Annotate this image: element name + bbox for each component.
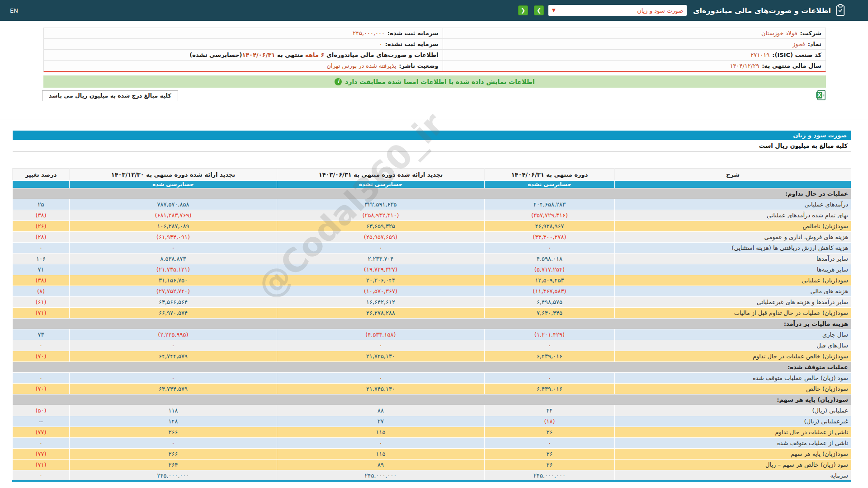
company-label: شرکت: <box>800 30 821 37</box>
section-row: هزینه مالیات بر درآمد: <box>13 319 851 329</box>
cell-description: سال‌های قبل <box>615 340 851 351</box>
statement-unit-note: کلیه مبالغ به میلیون ریال است <box>13 140 851 152</box>
isic-value: ۲۷۱۰۱۹ <box>750 52 769 58</box>
cell-description: سود(زیان) ناخالص <box>615 221 851 232</box>
cell-period3: ۲۶۶ <box>70 427 277 438</box>
cell-period1: ۶,۴۳۹,۰۱۶ <box>485 384 615 394</box>
cell-change-percent: (۷۷) <box>13 449 70 460</box>
cell-period1: ۰ <box>485 243 615 253</box>
fiscal-year-value: ۱۴۰۴/۱۲/۲۹ <box>730 62 760 69</box>
cell-period1: ۲۴۵,۰۰۰,۰۰۰ <box>485 470 615 481</box>
svg-text:X: X <box>817 92 821 98</box>
language-toggle[interactable]: EN <box>10 7 18 14</box>
cell-period1: ۰ <box>485 340 615 351</box>
cell-period2: ۲۷ <box>277 416 485 427</box>
symbol-cell: نماد: فخوز <box>443 39 826 49</box>
cell-description: سود(زیان) پایه هر سهم <box>615 449 851 460</box>
cell-period3: ۲۶۶ <box>70 449 277 460</box>
header-audit-status-row: حسابرسی نشده حسابرسی نشده حسابرسی شده <box>13 181 851 188</box>
statement-type-select[interactable]: صورت سود و زیان ▼ <box>548 5 687 16</box>
table-row: سود(زیان) خالص ۶,۴۳۹,۰۱۶ ۲۱,۷۴۵,۱۳۰ ۶۴,۷… <box>13 384 851 394</box>
table-row: ناشی از عملیات در حال تداوم ۲۶ ۱۱۵ ۲۶۶ (… <box>13 427 851 438</box>
cell-period2: ۲۱,۷۴۵,۱۳۰ <box>277 384 485 394</box>
cell-period1: ۴۶,۹۲۸,۹۶۷ <box>485 221 615 232</box>
cell-period1: (۳۳,۳۰۰,۲۷۸) <box>485 232 615 243</box>
chevron-down-icon: ▼ <box>552 8 556 13</box>
cell-period3: (۲۱,۷۳۵,۱۲۱) <box>70 264 277 275</box>
table-row: بهای تمام شده درآمدهای عملیاتی (۳۵۷,۷۲۹,… <box>13 210 851 221</box>
cell-period1: (۱۱,۳۶۷,۵۸۳) <box>485 286 615 297</box>
symbol-value: فخوز <box>793 41 805 47</box>
nav-forward-button[interactable]: ❯ <box>534 5 544 15</box>
cell-period2: ۰ <box>277 373 485 384</box>
income-statement-table: شرح دوره منتهی به ۱۴۰۴/۰۶/۳۱ تجدید ارائه… <box>12 168 851 482</box>
cell-change-percent: (۷۱) <box>13 308 70 319</box>
header-period3: تجدید ارائه شده دوره منتهی به ۱۴۰۳/۱۲/۳۰ <box>70 169 277 181</box>
cell-description: سود(زیان) خالص عملیات در حال تداوم <box>615 351 851 362</box>
cell-description: هزینه های مالی <box>615 286 851 297</box>
issuer-status-cell: وضعیت ناشر: پذیرفته شده در بورس تهران <box>44 61 443 71</box>
income-statement-section: صورت سود و زیان کلیه مبالغ به میلیون ریا… <box>13 131 851 482</box>
table-row: هزینه کاهش ارزش دریافتنی ها (هزینه استثن… <box>13 243 851 253</box>
issuer-status-value: پذیرفته شده در بورس تهران <box>326 62 396 69</box>
cell-period3: ۰ <box>70 340 277 351</box>
table-row: هزینه های مالی (۱۱,۳۶۷,۵۸۳) (۱۰,۵۷۰,۳۶۷)… <box>13 286 851 297</box>
cell-change-percent: ۷۳ <box>13 329 70 340</box>
registered-capital-label: سرمایه ثبت شده: <box>387 30 439 37</box>
table-row: سود(زیان) عملیاتی ۱۲,۵۰۹,۴۵۳ ۲۰,۲۰۶,۰۴۳ … <box>13 275 851 286</box>
table-row: غیرعملیاتی (ریال) (۱۸) ۲۷ ۱۴۸ -- <box>13 416 851 427</box>
cell-period1: ۲۶ <box>485 460 615 470</box>
cell-description: سود(زیان) خالص <box>615 384 851 394</box>
cell-period3: ۶۳,۵۶۶,۵۶۴ <box>70 297 277 308</box>
cell-period3: ۱۱۸ <box>70 405 277 416</box>
cell-period2: ۳۲۲,۵۹۱,۶۳۵ <box>277 199 485 210</box>
cell-period2: ۲۰,۲۰۶,۰۴۳ <box>277 275 485 286</box>
company-name-cell: شرکت: فولاد خوزستان <box>443 28 826 38</box>
cell-description: هزینه کاهش ارزش دریافتنی ها (هزینه استثن… <box>615 243 851 253</box>
table-row: سود(زیان) پایه هر سهم ۲۶ ۱۱۵ ۲۶۶ (۷۷) <box>13 449 851 460</box>
section-label: هزینه مالیات بر درآمد: <box>13 319 851 329</box>
info-row-isic: کد صنعت (ISIC): ۲۷۱۰۱۹ اطلاعات و صورت‌ها… <box>44 50 826 61</box>
cell-period2: (۲۵۸,۹۳۲,۳۱۰) <box>277 210 485 221</box>
cell-period2: ۶۳,۶۵۹,۳۲۵ <box>277 221 485 232</box>
cell-period3: ۱۰۶,۲۸۷,۰۸۹ <box>70 221 277 232</box>
signature-match-text: اطلاعات نمایش داده شده با اطلاعات امضا ش… <box>345 78 534 85</box>
header-periods-row: شرح دوره منتهی به ۱۴۰۴/۰۶/۳۱ تجدید ارائه… <box>13 169 851 181</box>
table-row: سایر درآمدها و هزینه های غیرعملیاتی ۶,۴۹… <box>13 297 851 308</box>
cell-change-percent: ۰ <box>13 470 70 481</box>
cell-period3: (۶۸۱,۲۸۳,۷۶۹) <box>70 210 277 221</box>
cell-change-percent: (۳۸) <box>13 275 70 286</box>
unregistered-capital-value: ۰ <box>379 41 382 47</box>
cell-change-percent: ۷۱ <box>13 264 70 275</box>
cell-period2: (۲۵,۹۵۷,۶۵۹) <box>277 232 485 243</box>
table-row: سود(زیان) ناخالص ۴۶,۹۲۸,۹۶۷ ۶۳,۶۵۹,۳۲۵ ۱… <box>13 221 851 232</box>
table-row: سرمایه ۲۴۵,۰۰۰,۰۰۰ ۲۴۵,۰۰۰,۰۰۰ ۲۴۵,۰۰۰,۰… <box>13 470 851 481</box>
header-change-percent: درصد تغییر <box>13 169 70 181</box>
cell-period2: ۸۹ <box>277 460 485 470</box>
unregistered-capital-label: سرمایه ثبت نشده: <box>385 41 439 47</box>
symbol-label: نماد: <box>808 41 821 47</box>
fiscal-year-cell: سال مالی منتهی به: ۱۴۰۴/۱۲/۲۹ <box>443 61 826 71</box>
cell-change-percent: (۲۸) <box>13 232 70 243</box>
excel-export-button[interactable]: X <box>816 90 826 100</box>
cell-description: سایر درآمدها <box>615 253 851 264</box>
cell-period3: ۰ <box>70 373 277 384</box>
company-value: فولاد خوزستان <box>761 30 797 37</box>
cell-period3: (۲,۲۲۵,۹۹۵) <box>70 329 277 340</box>
cell-period1: ۶,۴۳۹,۰۱۶ <box>485 351 615 362</box>
cell-description: سایر درآمدها و هزینه های غیرعملیاتی <box>615 297 851 308</box>
section-row: عملیات در حال تداوم: <box>13 188 851 199</box>
section-label: عملیات در حال تداوم: <box>13 188 851 199</box>
table-row: سود(زیان) عملیات در حال تداوم قبل از مال… <box>13 308 851 319</box>
registered-capital-value: ۲۴۵,۰۰۰,۰۰۰ <box>353 30 385 37</box>
cell-period2: ۲۴۵,۰۰۰,۰۰۰ <box>277 470 485 481</box>
nav-back-button[interactable]: ❮ <box>518 5 528 15</box>
period-desc-part1: اطلاعات و صورت‌های مالی میاندوره‌ای <box>326 52 439 58</box>
cell-description: بهای تمام شده درآمدهای عملیاتی <box>615 210 851 221</box>
cell-change-percent: -- <box>13 416 70 427</box>
cell-period2: ۱۶,۶۴۲,۶۱۲ <box>277 297 485 308</box>
cell-change-percent: (۵۰) <box>13 405 70 416</box>
cell-period3: ۱۴۸ <box>70 416 277 427</box>
codal-interim-statement-page: { "topbar": { "title": "اطلاعات و صورت‌ه… <box>0 0 868 488</box>
period-desc-part4: ۱۴۰۴/۰۶/۳۱ <box>242 52 275 58</box>
